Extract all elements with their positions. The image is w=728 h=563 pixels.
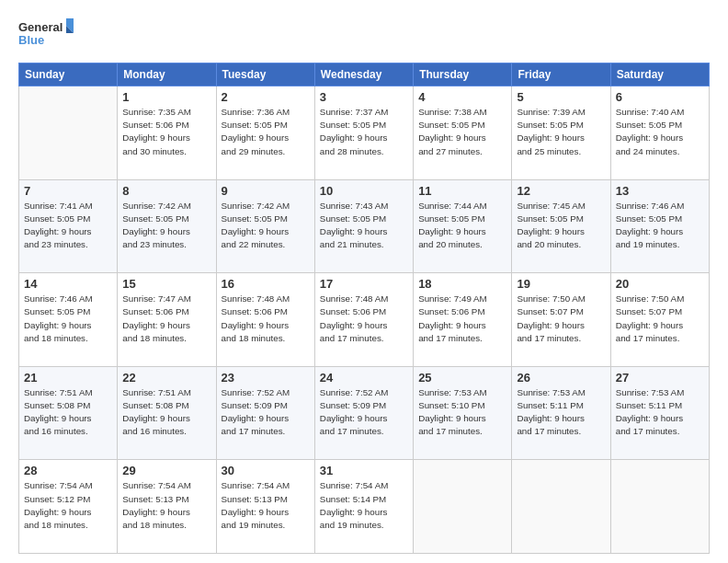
calendar-cell: 12Sunrise: 7:45 AM Sunset: 5:05 PM Dayli… (512, 179, 610, 273)
day-info: Sunrise: 7:43 AM Sunset: 5:05 PM Dayligh… (320, 200, 408, 252)
day-number: 18 (418, 277, 506, 291)
calendar-cell (19, 86, 118, 180)
day-info: Sunrise: 7:41 AM Sunset: 5:05 PM Dayligh… (24, 200, 112, 252)
calendar-cell: 2Sunrise: 7:36 AM Sunset: 5:05 PM Daylig… (216, 86, 314, 180)
day-info: Sunrise: 7:38 AM Sunset: 5:05 PM Dayligh… (418, 106, 506, 158)
weekday-header-row: SundayMondayTuesdayWednesdayThursdayFrid… (19, 63, 710, 86)
calendar-cell: 29Sunrise: 7:54 AM Sunset: 5:13 PM Dayli… (118, 460, 216, 554)
week-row-1: 1Sunrise: 7:35 AM Sunset: 5:06 PM Daylig… (19, 86, 710, 180)
calendar-cell: 28Sunrise: 7:54 AM Sunset: 5:12 PM Dayli… (19, 460, 118, 554)
calendar-cell: 27Sunrise: 7:53 AM Sunset: 5:11 PM Dayli… (610, 366, 709, 460)
day-info: Sunrise: 7:42 AM Sunset: 5:05 PM Dayligh… (122, 200, 210, 252)
day-info: Sunrise: 7:49 AM Sunset: 5:06 PM Dayligh… (418, 293, 506, 345)
day-number: 23 (222, 371, 310, 385)
day-number: 8 (122, 184, 210, 198)
day-info: Sunrise: 7:53 AM Sunset: 5:10 PM Dayligh… (418, 386, 506, 439)
week-row-4: 21Sunrise: 7:51 AM Sunset: 5:08 PM Dayli… (19, 366, 710, 460)
day-number: 16 (222, 277, 310, 291)
day-number: 14 (24, 277, 112, 291)
day-info: Sunrise: 7:46 AM Sunset: 5:05 PM Dayligh… (24, 293, 112, 345)
week-row-2: 7Sunrise: 7:41 AM Sunset: 5:05 PM Daylig… (19, 179, 710, 273)
day-number: 5 (517, 90, 605, 104)
day-number: 22 (122, 371, 210, 385)
day-number: 19 (517, 277, 605, 291)
day-info: Sunrise: 7:53 AM Sunset: 5:11 PM Dayligh… (517, 386, 605, 439)
calendar-cell: 19Sunrise: 7:50 AM Sunset: 5:07 PM Dayli… (512, 273, 610, 367)
day-number: 17 (320, 277, 408, 291)
weekday-header-saturday: Saturday (610, 63, 709, 86)
calendar-cell: 5Sunrise: 7:39 AM Sunset: 5:05 PM Daylig… (512, 86, 610, 180)
day-info: Sunrise: 7:40 AM Sunset: 5:05 PM Dayligh… (616, 106, 704, 158)
day-info: Sunrise: 7:47 AM Sunset: 5:06 PM Dayligh… (122, 293, 210, 345)
day-info: Sunrise: 7:48 AM Sunset: 5:06 PM Dayligh… (320, 293, 408, 345)
calendar-cell: 10Sunrise: 7:43 AM Sunset: 5:05 PM Dayli… (314, 179, 413, 273)
calendar-cell: 3Sunrise: 7:37 AM Sunset: 5:05 PM Daylig… (314, 86, 413, 180)
calendar-cell: 22Sunrise: 7:51 AM Sunset: 5:08 PM Dayli… (118, 366, 216, 460)
calendar-cell: 30Sunrise: 7:54 AM Sunset: 5:13 PM Dayli… (216, 460, 314, 554)
day-number: 28 (24, 464, 112, 477)
calendar-cell: 17Sunrise: 7:48 AM Sunset: 5:06 PM Dayli… (314, 273, 413, 367)
day-number: 30 (222, 464, 310, 477)
week-row-3: 14Sunrise: 7:46 AM Sunset: 5:05 PM Dayli… (19, 273, 710, 367)
calendar-cell: 16Sunrise: 7:48 AM Sunset: 5:06 PM Dayli… (216, 273, 314, 367)
weekday-header-sunday: Sunday (19, 63, 118, 86)
day-number: 4 (418, 90, 506, 104)
day-number: 25 (418, 371, 506, 385)
day-info: Sunrise: 7:54 AM Sunset: 5:13 PM Dayligh… (222, 479, 310, 532)
calendar-cell: 6Sunrise: 7:40 AM Sunset: 5:05 PM Daylig… (610, 86, 709, 180)
day-number: 12 (517, 184, 605, 198)
day-number: 15 (122, 277, 210, 291)
weekday-header-thursday: Thursday (414, 63, 512, 86)
day-info: Sunrise: 7:50 AM Sunset: 5:07 PM Dayligh… (616, 293, 704, 345)
day-info: Sunrise: 7:51 AM Sunset: 5:08 PM Dayligh… (24, 386, 112, 439)
day-number: 9 (222, 184, 310, 198)
day-info: Sunrise: 7:50 AM Sunset: 5:07 PM Dayligh… (517, 293, 605, 345)
calendar-cell: 25Sunrise: 7:53 AM Sunset: 5:10 PM Dayli… (414, 366, 512, 460)
day-info: Sunrise: 7:37 AM Sunset: 5:05 PM Dayligh… (320, 106, 408, 158)
calendar-cell: 7Sunrise: 7:41 AM Sunset: 5:05 PM Daylig… (19, 179, 118, 273)
svg-text:General: General (18, 20, 63, 34)
day-info: Sunrise: 7:54 AM Sunset: 5:13 PM Dayligh… (122, 479, 210, 532)
logo: General Blue (18, 17, 74, 53)
weekday-header-tuesday: Tuesday (216, 63, 314, 86)
calendar-cell: 8Sunrise: 7:42 AM Sunset: 5:05 PM Daylig… (118, 179, 216, 273)
calendar-cell: 31Sunrise: 7:54 AM Sunset: 5:14 PM Dayli… (314, 460, 413, 554)
day-info: Sunrise: 7:53 AM Sunset: 5:11 PM Dayligh… (616, 386, 704, 439)
logo-svg: General Blue (18, 17, 74, 53)
calendar-cell: 11Sunrise: 7:44 AM Sunset: 5:05 PM Dayli… (414, 179, 512, 273)
day-info: Sunrise: 7:54 AM Sunset: 5:12 PM Dayligh… (24, 479, 112, 532)
day-number: 1 (122, 90, 210, 104)
day-number: 6 (616, 90, 704, 104)
calendar-cell: 24Sunrise: 7:52 AM Sunset: 5:09 PM Dayli… (314, 366, 413, 460)
calendar-cell: 26Sunrise: 7:53 AM Sunset: 5:11 PM Dayli… (512, 366, 610, 460)
weekday-header-wednesday: Wednesday (314, 63, 413, 86)
calendar-cell: 14Sunrise: 7:46 AM Sunset: 5:05 PM Dayli… (19, 273, 118, 367)
calendar-cell (512, 460, 610, 554)
page: General Blue SundayMondayTuesdayWednesda… (0, 0, 728, 563)
day-number: 3 (320, 90, 408, 104)
calendar-cell: 13Sunrise: 7:46 AM Sunset: 5:05 PM Dayli… (610, 179, 709, 273)
calendar-cell: 15Sunrise: 7:47 AM Sunset: 5:06 PM Dayli… (118, 273, 216, 367)
day-number: 24 (320, 371, 408, 385)
weekday-header-friday: Friday (512, 63, 610, 86)
calendar-cell: 4Sunrise: 7:38 AM Sunset: 5:05 PM Daylig… (414, 86, 512, 180)
calendar-cell: 18Sunrise: 7:49 AM Sunset: 5:06 PM Dayli… (414, 273, 512, 367)
day-info: Sunrise: 7:35 AM Sunset: 5:06 PM Dayligh… (122, 106, 210, 158)
calendar-cell: 9Sunrise: 7:42 AM Sunset: 5:05 PM Daylig… (216, 179, 314, 273)
svg-text:Blue: Blue (18, 33, 44, 47)
day-number: 10 (320, 184, 408, 198)
day-number: 11 (418, 184, 506, 198)
header: General Blue (18, 17, 710, 53)
day-number: 2 (222, 90, 310, 104)
day-info: Sunrise: 7:48 AM Sunset: 5:06 PM Dayligh… (222, 293, 310, 345)
weekday-header-monday: Monday (118, 63, 216, 86)
calendar-cell (414, 460, 512, 554)
day-number: 31 (320, 464, 408, 477)
day-info: Sunrise: 7:39 AM Sunset: 5:05 PM Dayligh… (517, 106, 605, 158)
day-info: Sunrise: 7:36 AM Sunset: 5:05 PM Dayligh… (222, 106, 310, 158)
calendar-cell (610, 460, 709, 554)
day-number: 21 (24, 371, 112, 385)
day-info: Sunrise: 7:52 AM Sunset: 5:09 PM Dayligh… (222, 386, 310, 439)
day-number: 7 (24, 184, 112, 198)
day-number: 20 (616, 277, 704, 291)
